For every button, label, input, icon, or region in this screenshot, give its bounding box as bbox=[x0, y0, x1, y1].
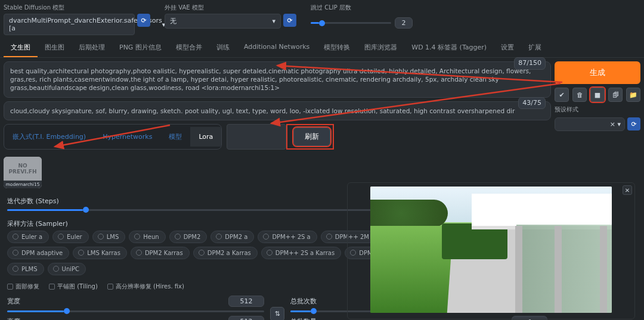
main-tab-10[interactable]: 设置 bbox=[494, 39, 521, 57]
preset-refresh[interactable]: ⟳ bbox=[627, 117, 640, 131]
top-bar: Stable Diffusion 模型 dvarchMultiPrompt_dv… bbox=[0, 0, 644, 35]
main-tab-11[interactable]: 扩展 bbox=[521, 39, 549, 57]
quick-action-4[interactable]: 📁 bbox=[626, 88, 640, 102]
neg-prompt-counter: 43/75 bbox=[518, 97, 546, 110]
extra-tab-模型[interactable]: 模型 bbox=[160, 126, 190, 147]
height-label: 高度 bbox=[7, 317, 20, 320]
output-gallery: ✕ bbox=[347, 182, 635, 319]
steps-label: 迭代步数 (Steps) bbox=[7, 197, 59, 206]
extra-tab-Hypernetworks[interactable]: Hypernetworks bbox=[94, 127, 160, 147]
lora-card-name: modernarchi15 bbox=[4, 181, 42, 188]
output-image[interactable] bbox=[370, 187, 612, 313]
sampler-DPM2[interactable]: DPM2 bbox=[169, 231, 208, 243]
quick-action-row: ✔🗑■🗐📁 bbox=[555, 88, 640, 102]
sampler-DPM-2S-a[interactable]: DPM++ 2S a bbox=[258, 231, 317, 243]
quick-action-2[interactable]: ■ bbox=[590, 88, 605, 102]
preset-select[interactable]: × ▾ bbox=[555, 117, 625, 131]
preset-label: 预设样式 bbox=[555, 105, 640, 114]
main-tab-6[interactable]: Additional Networks bbox=[237, 39, 317, 57]
sd-model-label: Stable Diffusion 模型 bbox=[4, 4, 150, 12]
sampler-DPM-2S-a-Karras[interactable]: DPM++ 2S a Karras bbox=[261, 247, 341, 259]
sampler-DPM2-a-Karras[interactable]: DPM2 a Karras bbox=[193, 247, 258, 259]
extra-network-tabs: 嵌入式(T.I. Embedding)Hypernetworks模型Lora bbox=[4, 124, 222, 150]
sampler-Euler-a[interactable]: Euler a bbox=[7, 231, 49, 243]
no-preview-placeholder: NO PREVI.FH bbox=[4, 157, 42, 181]
sampler-UniPC[interactable]: UniPC bbox=[48, 263, 86, 275]
sampler-LMS-Karras[interactable]: LMS Karras bbox=[73, 247, 127, 259]
quick-action-1[interactable]: 🗑 bbox=[572, 88, 587, 102]
sampler-DPM2-Karras[interactable]: DPM2 Karras bbox=[131, 247, 190, 259]
extra-tab-嵌入式(T.I. Embedding)[interactable]: 嵌入式(T.I. Embedding) bbox=[4, 126, 94, 147]
extra-tab-Lora[interactable]: Lora bbox=[190, 127, 221, 147]
lora-card-modernarchi15[interactable]: NO PREVI.FH modernarchi15 bbox=[4, 157, 42, 188]
clip-skip-label: 跳过 CLIP 层数 bbox=[311, 4, 413, 12]
tiling-check[interactable]: 平铺图 (Tiling) bbox=[49, 282, 98, 291]
hires-fix-check[interactable]: 高分辨率修复 (Hires. fix) bbox=[107, 282, 184, 291]
main-tab-8[interactable]: 图库浏览器 bbox=[357, 39, 404, 57]
batch-size-label: 单批数量 bbox=[290, 317, 317, 320]
gallery-close-icon[interactable]: ✕ bbox=[623, 185, 632, 195]
sampler-PLMS[interactable]: PLMS bbox=[7, 263, 44, 275]
chevron-down-icon: ▾ bbox=[272, 17, 275, 25]
generate-button[interactable]: 生成 bbox=[555, 61, 640, 84]
main-tab-9[interactable]: WD 1.4 标签器 (Tagger) bbox=[404, 39, 494, 57]
prompt-input[interactable]: 87/150 best quality,architectural photog… bbox=[4, 61, 551, 98]
sd-model-select[interactable]: dvarchMultiPrompt_dvarchExterior.safeten… bbox=[4, 14, 135, 35]
main-tab-4[interactable]: 模型合并 bbox=[169, 39, 209, 57]
height-value[interactable]: 512 bbox=[228, 316, 264, 320]
clip-skip-slider[interactable] bbox=[311, 22, 391, 24]
main-tab-2[interactable]: 后期处理 bbox=[72, 39, 112, 57]
batch-count-label: 总批次数 bbox=[290, 297, 317, 306]
negative-prompt-input[interactable]: 43/75 cloud,cloudy skysignature, sof, bl… bbox=[4, 101, 551, 120]
sampler-DPM2-a[interactable]: DPM2 a bbox=[210, 231, 254, 243]
width-label: 宽度 bbox=[7, 297, 20, 306]
main-tab-1[interactable]: 图生图 bbox=[38, 39, 72, 57]
width-slider[interactable] bbox=[7, 310, 264, 312]
vae-refresh[interactable]: ⟳ bbox=[283, 14, 296, 27]
quick-action-0[interactable]: ✔ bbox=[555, 88, 569, 102]
clip-skip-value[interactable]: 2 bbox=[395, 17, 413, 29]
extra-network-refresh[interactable]: 刷新 bbox=[293, 128, 330, 146]
width-value[interactable]: 512 bbox=[228, 296, 264, 307]
sampler-LMS[interactable]: LMS bbox=[92, 231, 126, 243]
sampler-DPM-adaptive[interactable]: DPM adaptive bbox=[7, 247, 69, 259]
sampler-Heun[interactable]: Heun bbox=[129, 231, 165, 243]
sd-model-refresh[interactable]: ⟳ bbox=[137, 14, 150, 27]
main-tab-7[interactable]: 模型转换 bbox=[317, 39, 357, 57]
main-tab-5[interactable]: 训练 bbox=[209, 39, 237, 57]
main-tab-3[interactable]: PNG 图片信息 bbox=[112, 39, 169, 57]
sampler-Euler[interactable]: Euler bbox=[52, 231, 89, 243]
prompt-counter: 87/150 bbox=[514, 57, 546, 70]
vae-label: 外挂 VAE 模型 bbox=[165, 4, 296, 12]
quick-action-3[interactable]: 🗐 bbox=[608, 88, 623, 102]
vae-select[interactable]: 无▾ bbox=[165, 14, 281, 29]
swap-dims-button[interactable]: ⇅ bbox=[270, 307, 284, 320]
main-tabs: 文生图图生图后期处理PNG 图片信息模型合并训练Additional Netwo… bbox=[0, 35, 644, 58]
main-tab-0[interactable]: 文生图 bbox=[4, 39, 38, 57]
extra-network-search[interactable] bbox=[227, 124, 286, 150]
face-restore-check[interactable]: 面部修复 bbox=[7, 282, 39, 291]
